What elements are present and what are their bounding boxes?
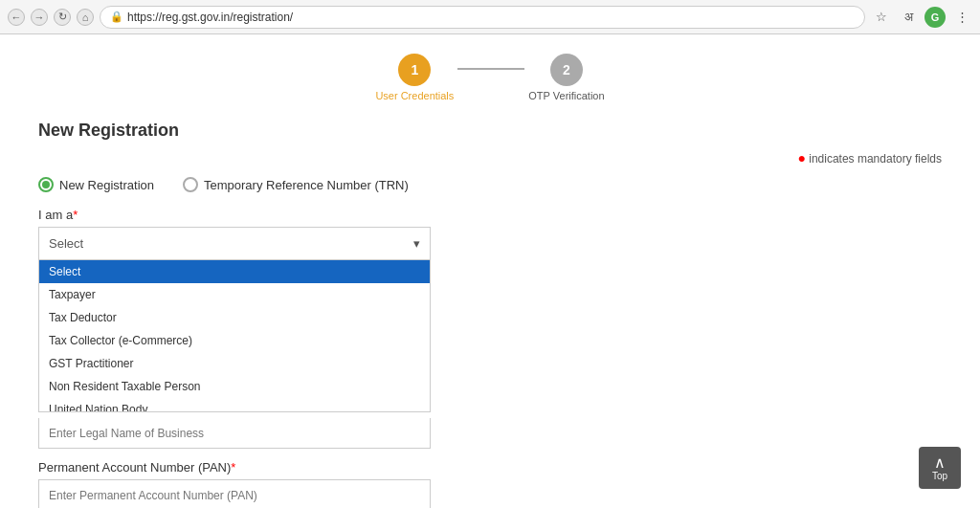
dropdown-item-select[interactable]: Select [39, 260, 430, 283]
step-2-label: OTP Verification [528, 90, 604, 101]
lang-button[interactable]: अ [898, 7, 919, 28]
radio-trn[interactable]: Temporary Reference Number (TRN) [183, 177, 409, 192]
dropdown-item-tax-deductor[interactable]: Tax Deductor [39, 306, 430, 329]
i-am-a-label: I am a* [38, 208, 942, 222]
radio-circle-trn [183, 177, 198, 192]
radio-label-new-reg: New Registration [59, 178, 154, 192]
form-title: New Registration [38, 121, 942, 141]
radio-group: New Registration Temporary Reference Num… [38, 177, 942, 192]
dropdown-item-tax-collector[interactable]: Tax Collector (e-Commerce) [39, 329, 430, 352]
i-am-a-required: * [73, 208, 78, 222]
pan-required: * [231, 460, 235, 475]
user-avatar[interactable]: G [924, 7, 946, 28]
dropdown-item-non-resident[interactable]: Non Resident Taxable Person [39, 375, 430, 398]
radio-label-trn: Temporary Reference Number (TRN) [204, 178, 409, 192]
address-bar[interactable]: 🔒 https://reg.gst.gov.in/registration/ [100, 6, 865, 29]
scroll-top-button[interactable]: ∧ Top [919, 447, 961, 489]
radio-inner-new-reg [42, 181, 50, 188]
select-box[interactable]: Select ▾ [38, 227, 431, 259]
step-1-label: User Credentials [375, 90, 454, 101]
select-chevron-icon: ▾ [413, 236, 420, 251]
pan-input[interactable] [38, 479, 431, 508]
dropdown-item-un-body[interactable]: United Nation Body [39, 398, 430, 412]
mandatory-note: ● indicates mandatory fields [38, 150, 942, 166]
step-2-circle: 2 [550, 54, 583, 86]
scroll-top-arrow-icon: ∧ [934, 455, 946, 471]
forward-button[interactable]: → [31, 9, 48, 26]
radio-circle-new-reg [38, 177, 54, 192]
select-value: Select [49, 236, 83, 251]
step-2: 2 OTP Verification [528, 54, 604, 101]
select-wrapper: Select ▾ Select Taxpayer Tax Deductor Ta… [38, 227, 431, 460]
dropdown-item-taxpayer[interactable]: Taxpayer [39, 283, 430, 306]
browser-chrome: ← → ↻ ⌂ 🔒 https://reg.gst.gov.in/registr… [0, 0, 980, 34]
bookmark-button[interactable]: ☆ [871, 7, 892, 28]
dropdown-item-gst-practitioner[interactable]: GST Practitioner [39, 352, 430, 375]
step-connector [457, 68, 524, 70]
step-1-circle: 1 [398, 54, 431, 86]
lock-icon: 🔒 [110, 11, 123, 23]
home-button[interactable]: ⌂ [77, 9, 94, 26]
step-1: 1 User Credentials [375, 54, 454, 101]
scroll-top-label: Top [932, 471, 947, 481]
pan-label: Permanent Account Number (PAN)* [38, 460, 942, 475]
legal-name-input[interactable] [38, 418, 431, 449]
mandatory-dot: ● [797, 150, 805, 166]
menu-button[interactable]: ⋮ [951, 7, 972, 28]
browser-actions: ☆ अ G ⋮ [871, 7, 972, 28]
url-text: https://reg.gst.gov.in/registration/ [127, 11, 293, 24]
dropdown-list: Select Taxpayer Tax Deductor Tax Collect… [38, 259, 431, 412]
page-content: 1 User Credentials 2 OTP Verification Ne… [0, 34, 980, 508]
refresh-button[interactable]: ↻ [54, 9, 71, 26]
stepper: 1 User Credentials 2 OTP Verification [38, 54, 942, 101]
radio-new-registration[interactable]: New Registration [38, 177, 154, 192]
back-button[interactable]: ← [8, 9, 25, 26]
